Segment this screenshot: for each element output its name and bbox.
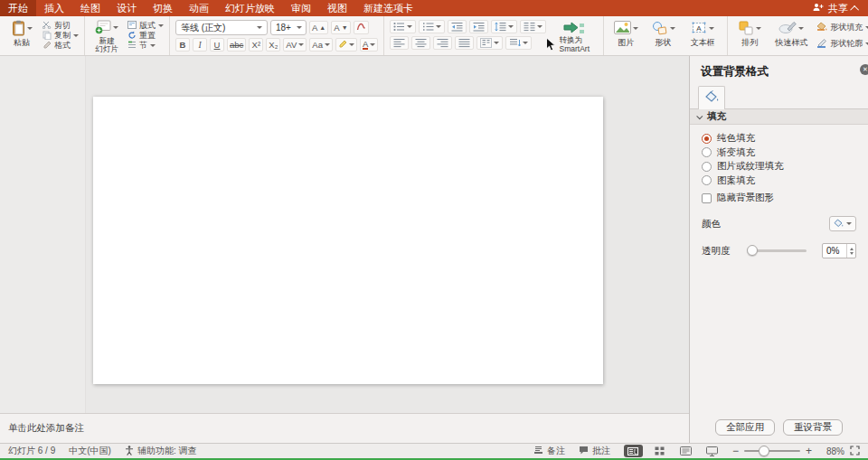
textbox-button[interactable]: A 文本框 <box>684 19 722 53</box>
align-text-vertical-button[interactable] <box>505 36 532 50</box>
clear-formatting-icon <box>356 22 366 33</box>
language-indicator[interactable]: 中文(中国) <box>69 445 111 457</box>
clear-formatting-button[interactable] <box>354 21 369 34</box>
fill-section-header[interactable]: 填充 <box>690 109 868 125</box>
collapse-ribbon-icon[interactable] <box>850 5 859 14</box>
character-spacing-button[interactable]: AV <box>283 38 307 52</box>
superscript-button[interactable]: X² <box>249 38 263 52</box>
font-color-button[interactable]: A <box>360 38 378 52</box>
tab-animations[interactable]: 动画 <box>181 0 217 16</box>
change-case-button[interactable]: Aa <box>309 38 333 52</box>
notes-icon <box>533 446 543 456</box>
normal-view-button[interactable] <box>624 445 643 457</box>
arrange-button[interactable]: 排列 <box>733 19 766 53</box>
solid-fill-radio[interactable]: 纯色填充 <box>702 133 856 144</box>
align-left-button[interactable] <box>390 36 409 50</box>
line-spacing-button[interactable] <box>491 20 517 33</box>
font-size-select[interactable]: 18+ <box>270 20 307 35</box>
tab-home[interactable]: 开始 <box>0 0 36 16</box>
columns-button[interactable] <box>520 20 546 33</box>
tab-draw[interactable]: 绘图 <box>72 0 108 16</box>
increase-indent-button[interactable] <box>469 20 488 33</box>
highlight-color-button[interactable] <box>335 38 357 52</box>
reset-background-button[interactable]: 重设背景 <box>783 419 843 436</box>
tab-review[interactable]: 审阅 <box>283 0 319 16</box>
zoom-level[interactable]: 88% <box>817 446 844 456</box>
font-name-select[interactable]: 等线 (正文) <box>175 20 268 35</box>
transparency-slider[interactable] <box>749 249 807 252</box>
slide-thumbnail-pane[interactable] <box>0 56 86 413</box>
reset-icon <box>127 31 137 42</box>
powerpoint-window: 开始 插入 绘图 设计 切换 动画 幻灯片放映 审阅 视图 新建选项卡 共享 粘… <box>0 0 868 460</box>
transparency-value-input[interactable] <box>823 246 846 256</box>
zoom-in-button[interactable]: + <box>806 446 812 456</box>
hide-background-checkbox[interactable]: 隐藏背景图形 <box>702 192 856 203</box>
shape-fill-button[interactable]: 形状填充 <box>816 23 868 33</box>
shrink-font-button[interactable]: A▼ <box>331 21 350 34</box>
justify-button[interactable] <box>455 36 474 50</box>
tab-insert[interactable]: 插入 <box>36 0 72 16</box>
picture-texture-fill-radio[interactable]: 图片或纹理填充 <box>702 161 856 172</box>
spinner-arrows[interactable] <box>846 244 855 258</box>
bold-button[interactable]: B <box>175 38 190 52</box>
fill-tab[interactable] <box>698 86 725 109</box>
slider-thumb[interactable] <box>747 245 758 256</box>
paste-button[interactable]: 粘贴 <box>5 19 38 53</box>
arrange-icon <box>739 21 754 37</box>
comments-toggle[interactable]: 批注 <box>579 445 610 457</box>
notes-pane[interactable]: 单击此处添加备注 <box>0 413 689 443</box>
checkbox-icon <box>702 193 712 203</box>
format-painter-button[interactable]: 格式 <box>42 41 79 51</box>
tab-design[interactable]: 设计 <box>108 0 145 16</box>
slide-sorter-view-button[interactable] <box>650 445 669 457</box>
transparency-spinner[interactable] <box>822 243 856 258</box>
slideshow-view-button[interactable] <box>703 445 722 457</box>
spin-down-icon[interactable] <box>850 252 854 255</box>
grow-font-button[interactable]: A▲ <box>309 21 328 34</box>
strikethrough-button[interactable]: abc <box>227 38 246 52</box>
spin-up-icon[interactable] <box>850 248 854 250</box>
shape-outline-button[interactable]: 形状轮廓 <box>816 39 868 49</box>
apply-to-all-button[interactable]: 全部应用 <box>715 419 775 436</box>
fill-color-button[interactable] <box>829 216 856 231</box>
share-button[interactable]: 共享 <box>828 2 848 15</box>
slide-number-indicator[interactable]: 幻灯片 6 / 9 <box>8 445 55 457</box>
align-right-button[interactable] <box>433 36 452 50</box>
convert-to-smartart-button[interactable]: 转换为SmartArt <box>551 19 598 53</box>
tab-transitions[interactable]: 切换 <box>145 0 181 16</box>
picture-icon <box>614 21 631 36</box>
gradient-fill-radio[interactable]: 渐变填充 <box>702 147 856 158</box>
pattern-fill-radio[interactable]: 图案填充 <box>702 175 856 186</box>
slide[interactable] <box>93 97 603 384</box>
accessibility-indicator[interactable]: 辅助功能: 调查 <box>125 445 197 457</box>
color-label: 颜色 <box>702 218 721 230</box>
bullets-button[interactable] <box>390 20 416 33</box>
dropdown-caret-icon <box>670 27 675 30</box>
decrease-indent-button[interactable] <box>448 20 467 33</box>
notes-toggle[interactable]: 备注 <box>533 445 565 457</box>
picture-button[interactable]: 图片 <box>609 19 642 53</box>
dropdown-caret-icon <box>798 27 804 30</box>
numbering-button[interactable] <box>419 20 445 33</box>
quick-styles-button[interactable]: 快速样式 <box>770 19 812 53</box>
zoom-slider[interactable] <box>744 450 800 452</box>
shapes-button[interactable]: 形状 <box>646 19 679 53</box>
section-button[interactable]: 节 <box>127 41 164 51</box>
fit-to-window-icon[interactable] <box>850 446 860 457</box>
italic-button[interactable]: I <box>193 38 207 52</box>
align-center-button[interactable] <box>411 36 430 50</box>
tab-slideshow[interactable]: 幻灯片放映 <box>217 0 283 16</box>
subscript-button[interactable]: X₂ <box>266 38 280 52</box>
zoom-slider-thumb[interactable] <box>759 446 769 456</box>
notes-placeholder: 单击此处添加备注 <box>8 422 84 435</box>
tab-view[interactable]: 视图 <box>319 0 355 16</box>
slide-canvas <box>86 56 689 413</box>
reading-view-button[interactable] <box>676 445 695 457</box>
tab-custom[interactable]: 新建选项卡 <box>355 0 421 16</box>
underline-button[interactable]: U <box>210 38 224 52</box>
new-slide-button[interactable]: 新建幻灯片 <box>90 19 123 53</box>
panel-close-icon[interactable]: ✕ <box>860 64 868 75</box>
add-remove-columns-button[interactable] <box>476 36 503 50</box>
zoom-out-button[interactable]: − <box>732 446 739 456</box>
decrease-indent-icon <box>451 22 463 32</box>
